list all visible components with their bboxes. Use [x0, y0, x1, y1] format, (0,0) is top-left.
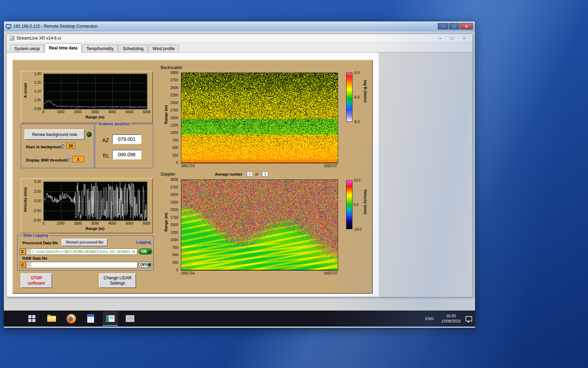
ascope-graph: A-scope 1.201.151.101.050.99 01000200030… [21, 71, 153, 123]
stop-button-line2: software [28, 281, 45, 286]
streamline-app-window: StreamLine XR v14-6.vi System setupReal … [6, 34, 473, 297]
change-lidar-settings-button[interactable]: Change LiDAR Settings [99, 273, 136, 288]
taskbar-streamline-app[interactable] [103, 311, 118, 326]
doppler-colorbar [346, 180, 352, 229]
velocity-x-axis-label: Range (m) [43, 226, 147, 231]
processed-logging-toggle[interactable]: ON [139, 248, 152, 254]
tick-label: 1652737 [324, 164, 337, 168]
restart-processed-file-label: Restart processed file [66, 240, 103, 245]
rdp-maximize-button[interactable] [449, 23, 460, 29]
tick-label: 1651714 [181, 271, 195, 275]
language-indicator[interactable]: ENG [422, 315, 436, 322]
tick-label: 10.0 [354, 178, 360, 182]
doppler-heatmap-canvas [181, 179, 338, 271]
tick-label: -5.00 [33, 218, 41, 222]
app-restore-button[interactable] [448, 35, 456, 41]
tick-label: 1750 [170, 215, 178, 219]
raw-browse-icon[interactable] [27, 263, 31, 267]
tick-label: 6000 [143, 222, 150, 225]
rays-spinner[interactable] [61, 143, 65, 149]
tick-label: 1750 [170, 108, 178, 112]
app-titlebar[interactable]: StreamLine XR v14-6.vi [7, 34, 472, 43]
restart-processed-file-button[interactable]: Restart processed file [62, 239, 108, 246]
tick-label: 1000 [170, 131, 178, 135]
rays-value-field[interactable]: 10 [66, 143, 75, 149]
average-number-field[interactable]: 1 [247, 171, 253, 177]
taskbar-scan-scheduler[interactable] [122, 311, 138, 326]
velocity-y-ticks: 5.002.500.00-2.50-5.00 [28, 182, 42, 220]
processed-path-field[interactable]: C:\Lidar\Data\Proc\2023\202308\20230813\… [26, 248, 138, 255]
app-client-area: A-scope 1.201.151.101.050.99 01000200030… [7, 53, 472, 297]
change-button-line1: Change LiDAR [104, 275, 132, 281]
renew-background-label: Renew background now [32, 132, 77, 137]
tick-label: 1250 [170, 123, 178, 127]
raw-logging-state: OFF [140, 263, 147, 267]
snr-value-field[interactable]: 1 [72, 156, 84, 162]
elevation-label: EL [103, 152, 109, 158]
firefox-icon [66, 314, 76, 323]
tick-label: 1500 [170, 116, 178, 120]
tick-label: 6000 [143, 110, 150, 114]
rdp-titlebar[interactable]: 192.168.0.122 - Remote Desktop Connectio… [4, 21, 475, 31]
doppler-title: Doppler [161, 172, 175, 177]
taskbar-clock[interactable]: 16:20 13/08/2023 [441, 313, 461, 324]
velocity-graph: Velocity (m/s) 5.002.500.00-2.50-5.00 01… [21, 178, 153, 233]
tab-system-setup[interactable]: System setup [10, 45, 44, 52]
taskbar-file-explorer[interactable] [44, 311, 59, 326]
tick-label: 0 [176, 161, 178, 165]
tick-label: 2750 [170, 78, 178, 82]
remote-desktop-area: StreamLine XR v14-6.vi System setupReal … [4, 31, 475, 328]
doppler-colorbar-ticks: 10.00.0-10.0 [352, 180, 364, 229]
velocity-y-axis-label: Velocity (m/s) [23, 187, 27, 212]
tick-label: 3000 [91, 110, 99, 114]
tick-label: 2.50 [34, 189, 41, 193]
app-minimize-button[interactable] [436, 35, 444, 41]
processed-browse-icon[interactable] [27, 249, 31, 254]
tick-label: 1000 [57, 110, 64, 114]
tab-scheduling[interactable]: Scheduling [118, 45, 147, 52]
tick-label: 1.10 [34, 89, 41, 93]
raw-logging-led [147, 263, 151, 267]
average-total-field[interactable]: 1 [262, 171, 268, 177]
tab-strip: System setupReal time dataTemp/humidityS… [7, 43, 472, 53]
app-window-controls [436, 35, 468, 41]
taskbar-firefox[interactable] [63, 311, 79, 326]
logging-label: Logging [136, 240, 151, 244]
doppler-y-ticks: 3000275025002250200017501500125010007505… [167, 179, 179, 270]
rdp-minimize-button[interactable] [438, 23, 448, 29]
stop-button-line1: STOP [31, 275, 42, 281]
ascope-x-ticks: 0100020003000400050006000 [43, 110, 147, 114]
front-panel-background: A-scope 1.201.151.101.050.99 01000200030… [7, 53, 379, 297]
tick-label: -10.0 [354, 227, 362, 231]
elevation-value: 000.098 [112, 150, 141, 159]
processed-path-text: C:\Lidar\Data\Proc\2023\202308\20230813\… [32, 250, 138, 253]
snr-spinner[interactable] [67, 156, 71, 162]
tab-real-time-data[interactable]: Real time data [45, 43, 82, 53]
start-button[interactable] [24, 311, 40, 326]
action-center-icon[interactable] [465, 316, 472, 321]
tick-label: 1000 [57, 222, 64, 225]
backscatter-y-axis-label: Range (m) [164, 105, 168, 124]
tick-label: 4000 [108, 222, 116, 225]
tick-label: -8.0 [354, 120, 359, 124]
tick-label: 1.20 [34, 72, 41, 76]
raw-path-field[interactable] [26, 262, 138, 268]
processed-drive-selector[interactable]: C [20, 248, 26, 255]
tab-temp-humidity[interactable]: Temp/humidity [82, 45, 118, 52]
tick-label: 0 [42, 222, 44, 225]
tab-wind-profile[interactable]: Wind profile [148, 45, 179, 52]
tick-label: 2250 [170, 200, 178, 204]
tick-label: 1651714 [181, 164, 195, 168]
tick-label: 3000 [170, 71, 178, 75]
renew-background-button[interactable]: Renew background now [24, 129, 85, 140]
rdp-close-button[interactable] [460, 23, 473, 29]
taskbar-notes-app[interactable] [83, 311, 98, 326]
raw-drive-selector[interactable]: C [20, 262, 26, 268]
doppler-colorbar-label: Velocity (m/s) [363, 189, 368, 214]
raw-logging-toggle[interactable]: OFF [139, 262, 152, 268]
tick-label: 750 [172, 138, 178, 142]
app-close-button[interactable] [460, 35, 468, 41]
taskbar: ENG 16:20 13/08/2023 [4, 311, 475, 327]
doppler-y-axis-label: Range (m) [164, 213, 168, 232]
stop-software-button[interactable]: STOP software [21, 273, 52, 288]
